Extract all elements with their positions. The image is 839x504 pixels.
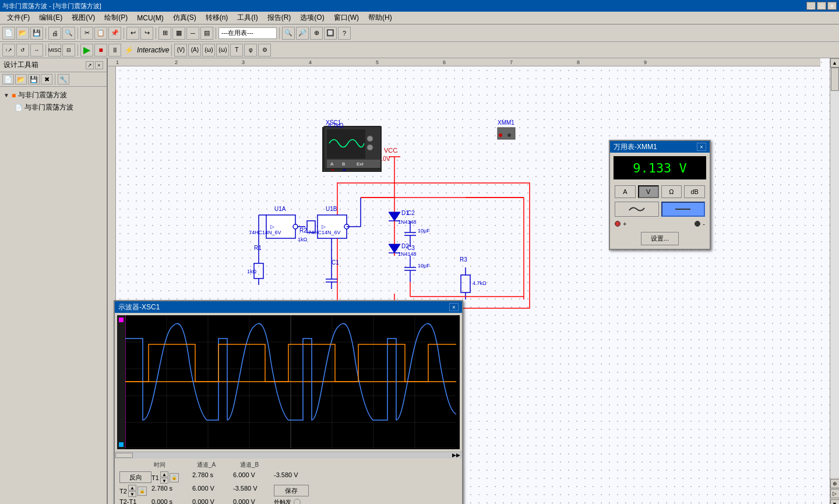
zoom-area-btn[interactable]: 🔲	[324, 27, 337, 40]
analysis-f[interactable]: φ	[244, 44, 257, 57]
menu-transfer[interactable]: 转移(n)	[201, 12, 233, 24]
minimize-btn[interactable]: _	[806, 2, 816, 10]
wire-btn[interactable]: ─	[186, 27, 199, 40]
paste-btn[interactable]: 📌	[108, 27, 121, 40]
design-settings-btn[interactable]: 🔧	[58, 74, 69, 84]
zoom-out-btn[interactable]: 🔎	[296, 27, 309, 40]
reverse-btn[interactable]: 反向	[119, 471, 151, 483]
osc-scroll-thumb[interactable]	[115, 453, 133, 458]
menu-edit[interactable]: 编辑(E)	[34, 12, 67, 24]
mm-v-btn[interactable]: V	[638, 185, 659, 198]
new-design-btn[interactable]: 📄	[2, 74, 14, 84]
mm-plus-terminal: +	[615, 220, 626, 227]
schematic-canvas[interactable]: 1 2 3 4 5 6 7 8 9 VCC 5.0V	[108, 58, 830, 504]
menu-options[interactable]: 选项(O)	[295, 12, 329, 24]
scroll-thumb[interactable]	[831, 68, 839, 91]
osc-close-btn[interactable]: ×	[449, 303, 459, 311]
zoom-in-btn[interactable]: 🔍	[282, 27, 295, 40]
redo-btn[interactable]: ↪	[140, 27, 153, 40]
tree-child[interactable]: 📄 与非门震荡方波	[14, 101, 104, 114]
simulate-icon: ⚡	[122, 46, 136, 54]
save-design-btn[interactable]: 💾	[28, 74, 40, 84]
arrow-btn[interactable]: ↑↗	[2, 44, 15, 57]
stop-btn[interactable]: ■	[94, 44, 107, 57]
bus-btn[interactable]: ▤	[200, 27, 213, 40]
mm-ac-btn[interactable]	[615, 202, 659, 217]
t1-lock[interactable]: 🔒	[170, 473, 179, 482]
menu-help[interactable]: 帮助(H)	[364, 12, 397, 24]
maximize-btn[interactable]: □	[817, 2, 826, 10]
menu-file[interactable]: 文件(F)	[2, 12, 34, 24]
mm-display: 9.133 V	[614, 156, 706, 179]
sep5	[216, 27, 216, 39]
align-btn[interactable]: ⊟	[62, 44, 75, 57]
xsc1-schematic[interactable]: A B Ext	[323, 126, 382, 170]
ext-trigger-area: 外触发	[274, 498, 309, 504]
svg-text:C2: C2	[407, 210, 415, 216]
svg-text:1kΩ: 1kΩ	[298, 237, 308, 242]
menu-mcu[interactable]: MCU(M)	[132, 13, 168, 23]
open-btn[interactable]: 📂	[16, 27, 29, 40]
misc-btn[interactable]: MISC	[48, 44, 61, 57]
mm-setup-btn[interactable]: 设置...	[641, 232, 679, 245]
save-btn[interactable]: 💾	[30, 27, 43, 40]
play-btn[interactable]: ▶	[80, 44, 93, 57]
analysis-t[interactable]: T	[230, 44, 243, 57]
open-design-btn[interactable]: 📂	[15, 74, 27, 84]
menu-reports[interactable]: 报告(R)	[263, 12, 296, 24]
panel-float-btn[interactable]: ↗	[86, 61, 94, 69]
analysis-a[interactable]: (V)	[174, 44, 187, 57]
menu-simulate[interactable]: 仿真(S)	[168, 12, 201, 24]
svg-point-69	[499, 133, 502, 137]
analysis-c[interactable]: (ω)	[216, 44, 229, 57]
menu-view[interactable]: 视图(V)	[67, 12, 100, 24]
tool-btn-1[interactable]: ⊕	[830, 479, 840, 488]
t2-up[interactable]: ▲	[128, 485, 136, 491]
tree-root[interactable]: ▼ ■ 与非门震荡方波	[2, 89, 104, 101]
scroll-down-btn[interactable]: ▼	[830, 499, 840, 504]
mirror-btn[interactable]: ↔	[30, 44, 43, 57]
osc-hscroll[interactable]: ▶▶	[115, 452, 462, 459]
undo-btn[interactable]: ↩	[126, 27, 139, 40]
mm-ohm-btn[interactable]: Ω	[661, 185, 682, 198]
analysis-g[interactable]: ⚙	[258, 44, 271, 57]
copy-btn[interactable]: 📋	[94, 27, 107, 40]
t1-down[interactable]: ▼	[160, 478, 168, 484]
t1-chb: -3.580 V	[274, 471, 309, 484]
menu-window[interactable]: 窗口(W)	[329, 12, 364, 24]
tool-btn-2[interactable]: ▷	[830, 489, 840, 498]
t1-up[interactable]: ▲	[160, 471, 168, 477]
multimeter-window: 万用表-XMM1 × 9.133 V A V Ω dB	[609, 140, 711, 250]
panel-close-btn[interactable]: ×	[95, 61, 103, 69]
cut-btn[interactable]: ✂	[80, 27, 93, 40]
analysis-v[interactable]: (A)	[188, 44, 201, 57]
menu-tools[interactable]: 工具(I)	[232, 12, 262, 24]
osc-time-header: 时间	[154, 461, 195, 469]
t2-lock[interactable]: 🔒	[138, 487, 147, 496]
help-btn[interactable]: ?	[338, 27, 351, 40]
analysis-p[interactable]: (ω)	[202, 44, 215, 57]
xsc1-label: 4.7kΩ	[328, 122, 343, 129]
menu-draw[interactable]: 绘制(P)	[100, 12, 132, 24]
close-design-btn[interactable]: ✖	[41, 74, 52, 84]
t2-down[interactable]: ▼	[128, 491, 136, 497]
mm-a-btn[interactable]: A	[615, 185, 636, 198]
pause-btn[interactable]: ⏸	[108, 44, 121, 57]
mm-db-btn[interactable]: dB	[684, 185, 705, 198]
osc-scroll-right[interactable]: ▶▶	[450, 452, 462, 459]
panel-sep	[55, 73, 55, 85]
component-btn[interactable]: ▦	[172, 27, 185, 40]
expand-icon: ▼	[3, 92, 9, 98]
print-btn[interactable]: 🖨	[48, 27, 61, 40]
preview-btn[interactable]: 🔍	[62, 27, 75, 40]
close-btn[interactable]: ×	[827, 2, 837, 10]
save-btn[interactable]: 保存	[274, 485, 309, 496]
grid-btn[interactable]: ⊞	[158, 27, 171, 40]
fit-btn[interactable]: ⊕	[310, 27, 323, 40]
mm-close-btn[interactable]: ×	[697, 143, 706, 151]
component-dropdown[interactable]: ---在用表---	[218, 27, 277, 39]
scroll-up-btn[interactable]: ▲	[830, 58, 840, 68]
rotate-btn[interactable]: ↺	[16, 44, 29, 57]
mm-dc-btn[interactable]	[661, 202, 706, 217]
new-btn[interactable]: 📄	[2, 27, 15, 40]
